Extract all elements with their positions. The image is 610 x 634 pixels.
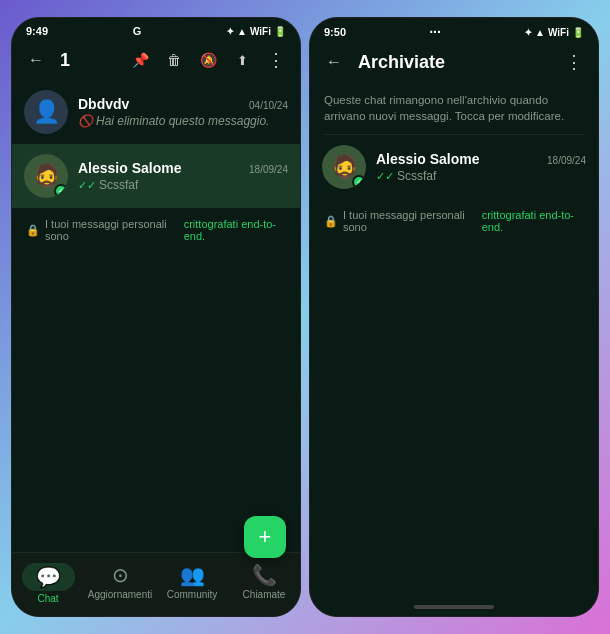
fab-icon: +: [259, 524, 272, 550]
lock-icon-right: 🔒: [324, 215, 338, 228]
chat-name-row-alessio-left: Alessio Salome 18/09/24: [78, 160, 288, 176]
status-icons-left: ✦ ▲ WiFi 🔋: [226, 26, 286, 37]
chat-name-row-alessio-right: Alessio Salome 18/09/24: [376, 151, 586, 167]
nav-label-community: Community: [167, 589, 218, 600]
encryption-text-right: I tuoi messaggi personali sono: [343, 209, 477, 233]
status-icons-right: ✦ ▲ WiFi 🔋: [524, 27, 584, 38]
chat-name-alessio-right: Alessio Salome: [376, 151, 480, 167]
community-nav-icon: 👥: [180, 563, 205, 587]
left-phone: 9:49 G ✦ ▲ WiFi 🔋 ← 1 📌 🗑 🔕 ⬆ ⋮ 👤 Dbdvdv: [11, 17, 301, 617]
nav-label-chat: Chat: [37, 593, 58, 604]
battery-icon: 🔋: [274, 26, 286, 37]
status-bar-right: 9:50 ··· ✦ ▲ WiFi 🔋: [310, 18, 598, 42]
calls-nav-icon: 📞: [252, 563, 277, 587]
nav-active-bg: 💬: [22, 563, 75, 591]
fab-button[interactable]: +: [244, 516, 286, 558]
archive-button[interactable]: ⬆: [228, 46, 256, 74]
bottom-nav-left: 💬 Chat ⊙ Aggiornamenti 👥 Community 📞 Chi…: [12, 552, 300, 616]
chat-item-alessio[interactable]: 🧔 ✓ Alessio Salome 18/09/24 ✓✓ Scssfaf: [12, 144, 300, 208]
chat-nav-icon: 💬: [36, 565, 61, 589]
nav-item-updates[interactable]: ⊙ Aggiornamenti: [84, 559, 156, 608]
avatar-dbdvdv: 👤: [24, 90, 68, 134]
mute-button[interactable]: 🔕: [194, 46, 222, 74]
battery-icon-r: 🔋: [572, 27, 584, 38]
archived-notice-text: Queste chat rimangono nell'archivio quan…: [324, 94, 564, 122]
verified-badge-right: ✓: [352, 175, 366, 189]
avatar-alessio-right: 🧔 ✓: [322, 145, 366, 189]
carrier-left: G: [133, 25, 142, 37]
title-left: 1: [60, 50, 120, 71]
home-bar-right: [414, 605, 494, 609]
delete-button[interactable]: 🗑: [160, 46, 188, 74]
top-bar-right: ← Archiviate ⋮: [310, 42, 598, 82]
nav-item-chat[interactable]: 💬 Chat: [12, 559, 84, 608]
chat-preview-alessio-right: ✓✓ Scssfaf: [376, 169, 586, 183]
chat-list-left: 👤 Dbdvdv 04/10/24 🚫 Hai eliminato questo…: [12, 80, 300, 552]
back-button-left[interactable]: ←: [22, 46, 50, 74]
time-right: 9:50: [324, 26, 346, 38]
network-icon-r: ▲: [535, 27, 545, 38]
status-bar-left: 9:49 G ✦ ▲ WiFi 🔋: [12, 18, 300, 40]
preview-text-dbdvdv: Hai eliminato questo messaggio.: [96, 114, 269, 128]
back-button-right[interactable]: ←: [320, 48, 348, 76]
encryption-link-right[interactable]: crittografati end-to-end.: [482, 209, 584, 233]
right-status-dots: ···: [429, 24, 441, 40]
bluetooth-icon-r: ✦: [524, 27, 532, 38]
chat-name-alessio-left: Alessio Salome: [78, 160, 182, 176]
nav-label-updates: Aggiornamenti: [88, 589, 152, 600]
chat-item-alessio-right[interactable]: 🧔 ✓ Alessio Salome 18/09/24 ✓✓ Scssfaf: [310, 135, 598, 199]
nav-label-calls: Chiamate: [243, 589, 286, 600]
pin-button[interactable]: 📌: [126, 46, 154, 74]
nav-item-community[interactable]: 👥 Community: [156, 559, 228, 608]
double-check-icon-right: ✓✓: [376, 170, 394, 183]
double-check-icon-left: ✓✓: [78, 179, 96, 192]
verified-badge-left: ✓: [54, 184, 68, 198]
chat-date-alessio-right: 18/09/24: [547, 155, 586, 166]
no-entry-icon: 🚫: [78, 114, 93, 128]
avatar-alessio-left: 🧔 ✓: [24, 154, 68, 198]
encryption-notice-right: 🔒 I tuoi messaggi personali sono crittog…: [310, 199, 598, 243]
chat-preview-alessio-left: ✓✓ Scssfaf: [78, 178, 288, 192]
lock-icon-left: 🔒: [26, 224, 40, 237]
avatar-face-dbdvdv: 👤: [33, 99, 60, 125]
wifi-icon-r: WiFi: [548, 27, 569, 38]
more-button-right[interactable]: ⋮: [560, 48, 588, 76]
encryption-text-left: I tuoi messaggi personali sono: [45, 218, 179, 242]
top-bar-left: ← 1 📌 🗑 🔕 ⬆ ⋮: [12, 40, 300, 80]
more-button-left[interactable]: ⋮: [262, 46, 290, 74]
chat-name-dbdvdv: Dbdvdv: [78, 96, 129, 112]
network-icon: ▲: [237, 26, 247, 37]
chat-preview-dbdvdv: 🚫 Hai eliminato questo messaggio.: [78, 114, 288, 128]
chat-date-dbdvdv: 04/10/24: [249, 100, 288, 111]
title-right: Archiviate: [358, 52, 554, 73]
archived-notice: Queste chat rimangono nell'archivio quan…: [310, 82, 598, 134]
preview-text-alessio-right: Scssfaf: [397, 169, 436, 183]
encryption-notice-left: 🔒 I tuoi messaggi personali sono crittog…: [12, 208, 300, 252]
home-indicator-right: [310, 598, 598, 616]
chat-item-dbdvdv[interactable]: 👤 Dbdvdv 04/10/24 🚫 Hai eliminato questo…: [12, 80, 300, 144]
chat-info-dbdvdv: Dbdvdv 04/10/24 🚫 Hai eliminato questo m…: [78, 96, 288, 128]
encryption-link-left[interactable]: crittografati end-to-end.: [184, 218, 286, 242]
chat-name-row-dbdvdv: Dbdvdv 04/10/24: [78, 96, 288, 112]
updates-nav-icon: ⊙: [112, 563, 129, 587]
time-left: 9:49: [26, 25, 48, 37]
chat-date-alessio-left: 18/09/24: [249, 164, 288, 175]
nav-item-calls[interactable]: 📞 Chiamate: [228, 559, 300, 608]
chat-list-right: 🧔 ✓ Alessio Salome 18/09/24 ✓✓ Scssfaf 🔒…: [310, 135, 598, 366]
chat-info-alessio-right: Alessio Salome 18/09/24 ✓✓ Scssfaf: [376, 151, 586, 183]
wifi-icon: WiFi: [250, 26, 271, 37]
bluetooth-icon: ✦: [226, 26, 234, 37]
preview-text-alessio-left: Scssfaf: [99, 178, 138, 192]
chat-info-alessio-left: Alessio Salome 18/09/24 ✓✓ Scssfaf: [78, 160, 288, 192]
right-phone: 9:50 ··· ✦ ▲ WiFi 🔋 ← Archiviate ⋮ Quest…: [309, 17, 599, 617]
